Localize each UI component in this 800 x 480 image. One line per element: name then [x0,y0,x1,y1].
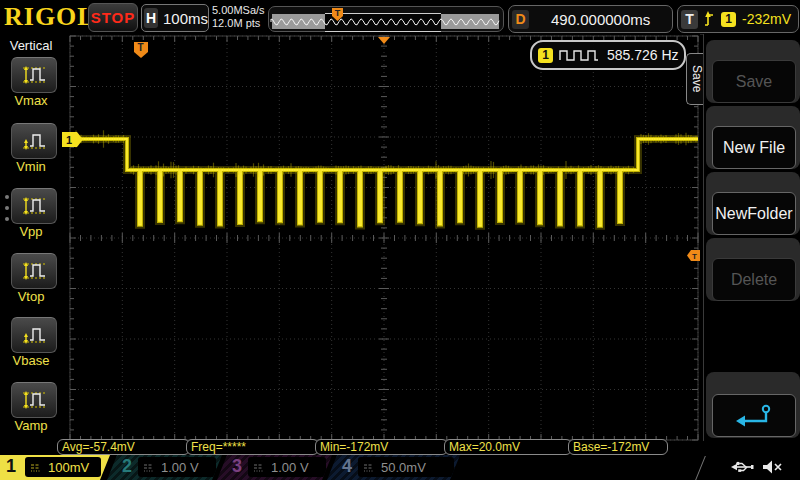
channel-status-bar: 1100mV21.00 V31.00 V450.0mV [0,455,800,480]
trigger-delay-flag-icon: T [134,42,148,58]
memory-depth: 12.0M pts [212,17,272,30]
system-status-icons [730,456,796,478]
channel-scale-box: 1.00 V [248,457,326,477]
probe-icon [253,463,265,472]
measure-label: Vbase [0,353,62,368]
vmax-icon [21,63,47,87]
rigol-logo: RIGOL [4,2,88,32]
measurement-readout: Freq=***** [186,439,319,455]
new-file-button[interactable]: New File [712,126,796,169]
vbase-icon [21,323,47,347]
svg-text:1: 1 [66,134,72,146]
trigger-level-marker-icon: T [687,250,700,261]
channel-scale-box: 50.0mV [358,457,454,477]
channel1-level-marker-icon: 1 [62,132,83,147]
measure-button-vmin[interactable] [11,123,57,159]
channel-1-status[interactable]: 1100mV [0,455,112,480]
channel-scale: 100mV [48,460,89,475]
horizontal-label: H [144,8,158,28]
trigger-label: T [681,10,698,29]
sidebar-title: Vertical [0,38,62,53]
page-indicator-dot [5,217,9,221]
usb-icon [730,460,756,474]
measure-button-vbase[interactable] [11,317,57,353]
measurement-readout: Base=-172mV [568,439,668,455]
freq-counter-channel-badge: 1 [538,48,553,63]
timebase-value: 100ms [163,10,208,27]
newfolder-button[interactable]: NewFolder [712,192,796,235]
delete-button[interactable]: Delete [712,258,796,301]
delay-label: D [512,10,529,29]
measure-label: Vmin [0,159,62,174]
top-status-bar: RIGOL STOP H 100ms 5.00MSa/s 12.0M pts T… [0,0,800,35]
svg-text:T: T [692,252,697,261]
measure-label: Vamp [0,418,62,433]
trigger-source-badge: 1 [721,12,736,27]
svg-text:T: T [138,42,144,53]
channel-number: 3 [232,456,242,477]
speaker-muted-icon [762,459,784,475]
probe-icon [143,463,155,472]
measure-button-vpp[interactable] [11,188,57,224]
softkey-slot: NewFolder [706,172,800,235]
square-wave-icon [559,48,599,62]
channel-scale: 50.0mV [381,460,426,475]
measurement-readout: Avg=-57.4mV [57,439,190,455]
measurement-readout-row: Avg=-57.4mVFreq=*****Min=-172mVMax=20.0m… [0,439,800,455]
trigger-info-box[interactable]: T 1 -232mV [677,5,799,33]
softkey-slot: Save [706,40,800,103]
waveform-display-area[interactable]: T1T [62,34,700,442]
page-indicator-dot [5,195,9,199]
horizontal-timebase-box[interactable]: H 100ms [141,4,209,32]
oscilloscope-screen: RIGOL STOP H 100ms 5.00MSa/s 12.0M pts T… [0,0,800,480]
softkey-slot: Delete [706,238,800,301]
channel-scale-box: 100mV [25,457,101,477]
measure-button-vmax[interactable] [11,57,57,93]
channel-number: 4 [342,456,352,477]
trigger-level-value: -232mV [742,11,791,27]
run-state-indicator[interactable]: STOP [88,3,138,32]
channel-3-status[interactable]: 31.00 V [216,455,334,480]
measure-button-vamp[interactable] [11,382,57,418]
back-button[interactable] [712,394,796,437]
channel-scale: 1.00 V [271,460,309,475]
menu-tab-save: Save [686,53,704,105]
save-button[interactable]: Save [712,60,796,103]
preview-waveform [269,7,503,31]
measure-label: Vmax [0,93,62,108]
trigger-delay-box[interactable]: D 490.000000ms [508,5,673,33]
trigger-position-marker-icon [378,37,390,44]
channel-2-status[interactable]: 21.00 V [106,455,224,480]
frequency-counter: 1 585.726 Hz [530,40,686,70]
channel-number: 2 [122,456,132,477]
measurement-readout: Min=-172mV [315,439,448,455]
measure-button-vtop[interactable] [11,253,57,289]
graticule-and-trace: T1T [62,34,700,442]
softkey-slot: New File [706,106,800,169]
frequency-value: 585.726 Hz [607,47,679,63]
sample-rate: 5.00MSa/s [212,4,272,17]
measure-sidebar: Vertical VmaxVminVppVtopVbaseVamp [0,34,62,441]
measurement-readout: Max=20.0mV [444,439,572,455]
vamp-icon [21,388,47,412]
vmin-icon [21,129,47,153]
probe-icon [363,463,375,472]
page-indicator-dot [5,206,9,210]
measure-label: Vtop [0,289,62,304]
softkey-slot [706,372,800,438]
channel-scale: 1.00 V [161,460,199,475]
measure-label: Vpp [0,224,62,239]
channel-scale-box: 1.00 V [138,457,216,477]
acquisition-info: 5.00MSa/s 12.0M pts [212,4,272,32]
rising-edge-icon [703,9,715,29]
vpp-icon [21,194,47,218]
return-arrow-icon [733,403,775,429]
probe-icon [30,463,42,472]
channel-number: 1 [6,456,16,477]
softkey-menu: SaveNew FileNewFolderDelete [703,34,800,441]
vtop-icon [21,259,47,283]
waveform-preview-strip[interactable]: T [268,6,504,32]
delay-value: 490.000000ms [551,11,650,28]
channel-4-status[interactable]: 450.0mV [326,455,462,480]
